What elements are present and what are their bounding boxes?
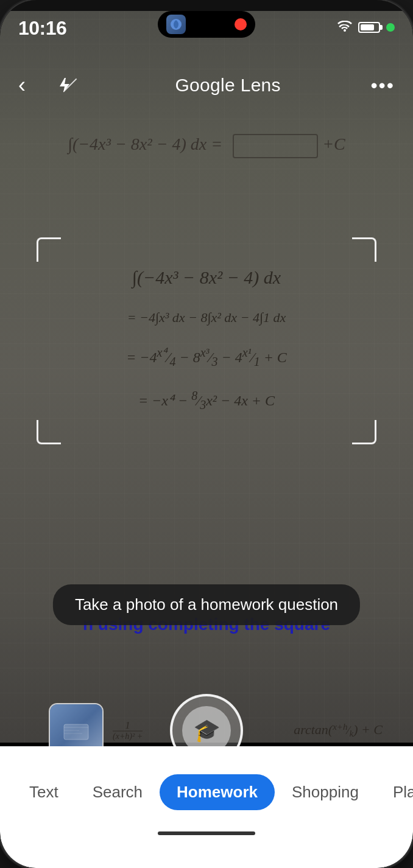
home-indicator bbox=[158, 831, 255, 835]
wifi-icon bbox=[337, 19, 352, 35]
graduation-cap-icon: 🎓 bbox=[193, 718, 221, 743]
tab-homework[interactable]: Homework bbox=[160, 774, 275, 810]
dynamic-island-app-icon bbox=[166, 15, 186, 34]
tab-bar: Text Search Homework Shopping Places bbox=[0, 746, 413, 868]
flash-off-icon[interactable] bbox=[55, 77, 85, 94]
math-top-equation: ∫(−4x³ − 8x² − 4) dx = +C bbox=[0, 122, 413, 170]
page-title: Google Lens bbox=[85, 75, 370, 96]
tab-search[interactable]: Search bbox=[76, 774, 160, 810]
tabs-container: Text Search Homework Shopping Places bbox=[0, 746, 413, 831]
answer-box bbox=[233, 134, 318, 158]
phone-shell: ∫(−4x³ − 8x² − 4) dx = +C 10:16 bbox=[0, 0, 413, 868]
dynamic-island bbox=[158, 11, 255, 38]
math-arctan-right: arctan(x+h⁄k) + C bbox=[294, 722, 383, 740]
tab-text[interactable]: Text bbox=[12, 774, 76, 810]
tooltip-text: Take a photo of a homework question bbox=[75, 595, 338, 614]
status-icons bbox=[337, 17, 395, 35]
math-fraction-left: 1 (x+h)² + bbox=[113, 720, 143, 741]
battery-fill bbox=[361, 24, 374, 30]
math-line-2: = −4∫x³ dx − 8∫x² dx − 4∫1 dx bbox=[0, 306, 413, 329]
math-line-4: = −x⁴ − 8⁄3x² − 4x + C bbox=[0, 385, 413, 416]
math-line-1: ∫(−4x³ − 8x² − 4) dx bbox=[0, 262, 413, 293]
record-indicator bbox=[235, 18, 247, 30]
math-content: ∫(−4x³ − 8x² − 4) dx = −4∫x³ dx − 8∫x² d… bbox=[0, 262, 413, 416]
green-indicator bbox=[386, 23, 395, 32]
back-button[interactable]: ‹ bbox=[18, 72, 49, 98]
phone-screen: ∫(−4x³ − 8x² − 4) dx = +C 10:16 bbox=[0, 0, 413, 868]
battery-icon bbox=[358, 22, 380, 33]
math-line-3: = −4x⁴⁄4 − 8x³⁄3 − 4x¹⁄1 + C bbox=[0, 341, 413, 373]
tab-places[interactable]: Places bbox=[376, 774, 413, 810]
tooltip: Take a photo of a homework question bbox=[53, 584, 360, 625]
tab-shopping[interactable]: Shopping bbox=[275, 774, 376, 810]
nav-bar: ‹ Google Lens ••• bbox=[0, 61, 413, 110]
more-options-button[interactable]: ••• bbox=[370, 74, 395, 97]
svg-rect-1 bbox=[64, 724, 88, 740]
